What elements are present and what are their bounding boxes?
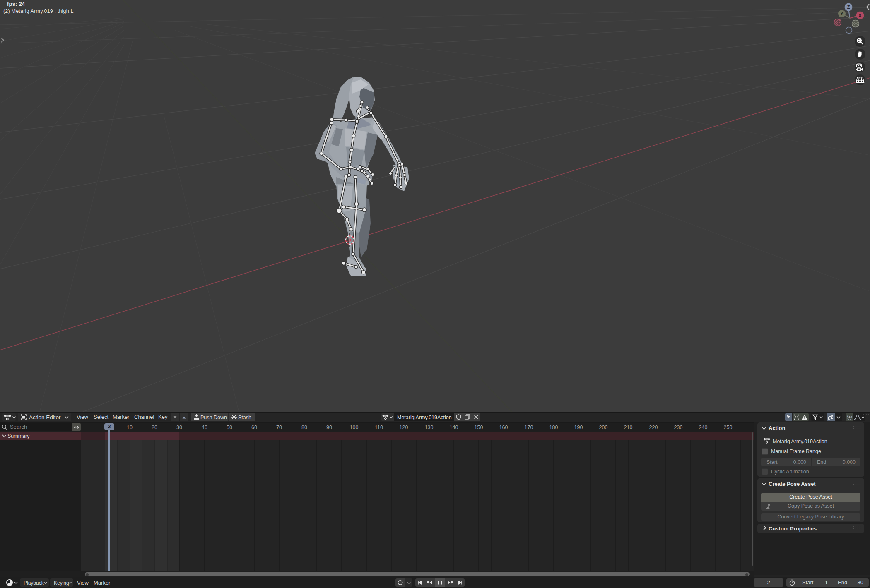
svg-text:Y: Y [840, 11, 843, 16]
svg-text:X: X [858, 13, 862, 18]
svg-text:Z: Z [847, 5, 850, 10]
